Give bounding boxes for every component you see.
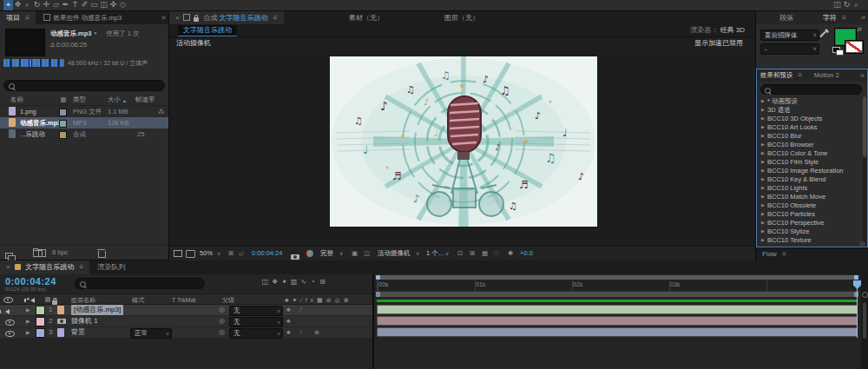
fast-previews-icon[interactable]: ⊞ [470,247,475,260]
layer-color-chip[interactable] [36,317,45,326]
new-composition-icon[interactable] [38,249,46,257]
clone-stamp-tool[interactable]: ▭ [89,0,99,11]
expand-arrow-icon[interactable]: ▶ [761,175,767,183]
workspace-icon[interactable]: ◫ [832,0,842,11]
expand-arrow-icon[interactable]: ▶ [761,166,767,175]
parent-link-icon[interactable]: ◎ [219,305,225,315]
effects-category[interactable]: ▶BCC10 Browser [757,140,861,148]
pixel-aspect-icon[interactable]: ⊡ [457,247,463,260]
label-color-chip[interactable] [59,109,67,116]
scroll-thumb[interactable] [863,302,866,339]
expand-arrow-icon[interactable]: ▶ [761,209,767,218]
search-icon[interactable]: ⌕ [852,0,861,11]
tab-overflow-icon[interactable]: » [860,69,865,82]
default-fill-stroke-icon[interactable] [832,47,843,55]
parent-select[interactable]: 无∨ [229,317,283,327]
comp-button-icon[interactable] [862,292,868,298]
col-parent[interactable]: 父级 [222,295,234,305]
font-family-select[interactable]: 直前招牌体 ∨ [760,30,819,41]
current-time-display[interactable]: 0:00:04:24 [5,276,56,287]
snapshot-camera-icon[interactable] [291,254,299,260]
panel-menu-icon[interactable]: ≡ [779,250,786,258]
effects-category[interactable]: ▶BCC10 Match Move [757,192,861,201]
always-preview-icon[interactable] [174,250,182,257]
effects-category[interactable]: ▶3D 通道 [757,105,861,114]
exposure-reset-icon[interactable]: ✱ [508,247,513,260]
effects-category[interactable]: ▶BCC10 Stylize [757,227,861,235]
expand-arrow-icon[interactable]: ▶ [761,201,767,209]
expand-arrow-icon[interactable]: ▶ [761,131,767,140]
view-select[interactable]: 活动摄像机 [378,247,411,260]
puppet-pin-tool[interactable]: ◇ [118,0,128,11]
exposure-value[interactable]: +0.0 [520,247,533,260]
col-mode[interactable]: 模式 [132,295,144,305]
expand-arrow-icon[interactable]: ▶ [761,183,767,192]
live-update-icon[interactable]: ❖ [270,277,279,287]
draft-3d-icon[interactable]: ✦ [279,277,289,287]
tab-timeline-comp[interactable]: × 文字随音乐跳动 ≡ [0,260,89,274]
effects-category[interactable]: ▶BCC10 Image Restoration [757,166,861,175]
expand-arrow-icon[interactable]: ▶ [26,305,30,315]
effects-category[interactable]: ▶BCC10 3D Objects [757,114,861,122]
label-column-icon[interactable] [61,97,66,102]
label-color-chip[interactable] [59,120,67,128]
layer-switch-icon[interactable]: ∕ [300,305,301,315]
graph-editor-icon[interactable]: ⊞ [318,277,327,287]
preview-dropdown-icon[interactable]: ▼ [94,30,98,36]
grid-guides-icon[interactable]: ⊞ [228,247,233,260]
orbit-camera-tool[interactable]: ↻ [32,0,42,11]
layer-row[interactable]: ▶2摄像机 1◎无∨♣ [0,316,372,327]
col-name[interactable]: 名称 [10,95,23,105]
eraser-tool[interactable]: ◫ [99,0,108,11]
visibility-toggle[interactable] [5,330,15,340]
expand-arrow-icon[interactable]: ▶ [761,105,767,114]
col-size[interactable]: 大小 [108,95,121,105]
font-style-select[interactable]: - ∨ [760,43,819,55]
mask-visibility-icon[interactable]: ▱ [239,247,244,260]
hand-tool[interactable]: ✥ [13,0,23,11]
parent-link-icon[interactable]: ◎ [219,316,225,326]
effects-category[interactable]: ▶* 动画预设 [757,96,861,105]
eyedropper-icon[interactable] [819,31,826,38]
col-fps[interactable]: 帧速率 [135,95,155,105]
layer-name[interactable]: 背景 [71,327,85,338]
region-of-interest-icon[interactable]: ▣ [352,247,358,260]
tab-layer[interactable]: 图层（无） [438,11,485,24]
comp-mini-flowchart-icon[interactable]: ◫ [260,277,270,287]
close-tab-icon[interactable]: × [6,263,10,271]
mode-select[interactable]: 正常∨ [130,328,172,339]
panel-grip-icon[interactable]: ◲ [859,240,865,246]
frame-blending-icon[interactable]: ∿ [299,277,308,287]
brush-tool[interactable]: ✐ [80,0,89,11]
selection-tool[interactable]: ⌖ [3,0,13,11]
tab-overflow-icon[interactable]: » [161,11,166,24]
tab-composition[interactable]: × 合成 文字随音乐跳动 ≡ [169,11,284,24]
file-name[interactable]: 动感音乐.mp3 [20,117,62,128]
parent-select[interactable]: 无∨ [229,306,283,316]
effects-category[interactable]: ▶BCC10 Perspective [757,218,861,227]
expand-arrow-icon[interactable]: ▶ [26,327,30,338]
project-row[interactable]: 动感音乐.mp3MP3126 KB [0,117,168,128]
hide-shy-layers-icon[interactable]: ▥ [289,277,299,287]
roto-brush-tool[interactable]: ✜ [108,0,118,11]
file-name[interactable]: ...乐跳动 [20,128,45,140]
view-layout-select[interactable]: 1 个… [426,247,444,260]
tab-effect-controls[interactable]: 效果控件 动感音乐.mp3 [37,11,128,24]
stroke-color-swatch[interactable] [845,40,864,54]
tab-effects-presets[interactable]: 效果和预设 ≡ [757,69,806,82]
pan-behind-tool[interactable]: ✛ [42,0,51,11]
layer-name[interactable]: 摄像机 1 [71,316,98,326]
panel-menu-icon[interactable]: ≡ [838,14,846,22]
tab-paragraph[interactable]: 段落 [773,11,799,24]
tab-character[interactable]: 字符 ≡ [817,11,852,24]
col-trkmat[interactable]: T TrkMat [172,295,195,305]
project-search[interactable] [3,80,165,91]
sync-settings-icon[interactable]: ↻ [842,0,852,11]
close-tab-icon[interactable]: × [175,14,180,22]
panel-menu-icon[interactable]: ≡ [795,71,803,79]
expand-arrow-icon[interactable]: ▶ [761,148,767,157]
tab-render-queue[interactable]: 渲染队列 [92,260,132,274]
effects-category[interactable]: ▶BCC10 Particles [757,209,861,218]
zoom-tool[interactable]: ⌕ [23,0,32,11]
tab-motion-2[interactable]: Motion 2 [808,69,845,82]
